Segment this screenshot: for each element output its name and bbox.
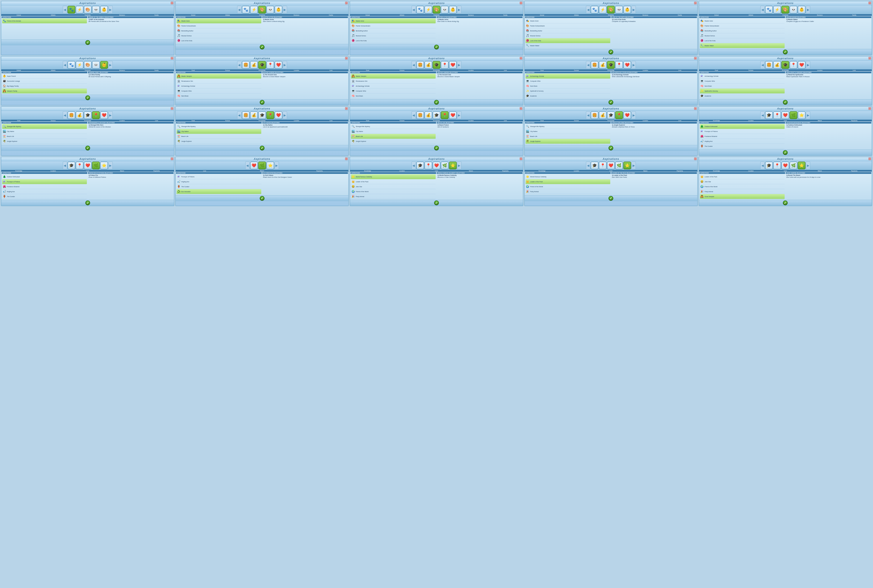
tab-creativity[interactable]: 🎨 bbox=[84, 61, 92, 69]
check-icon[interactable]: ✓ bbox=[783, 150, 787, 155]
close-button[interactable]: × bbox=[345, 107, 348, 110]
aspiration-item[interactable]: 👑Leader of the Pack bbox=[700, 174, 784, 179]
aspiration-item[interactable]: 💻Computer Whiz bbox=[351, 88, 436, 93]
close-button[interactable]: × bbox=[520, 57, 522, 60]
tab-nature[interactable]: 🌿 bbox=[790, 111, 797, 119]
tab-athletic[interactable]: ⚡ bbox=[599, 6, 607, 14]
nav-arrow-left[interactable]: ◀ bbox=[412, 61, 416, 69]
aspiration-item[interactable]: 🌴Jungle Explorer bbox=[177, 139, 261, 144]
tab-food[interactable]: 🍔 bbox=[242, 61, 249, 69]
tab-animal[interactable]: 🐾 bbox=[242, 6, 249, 14]
tab-fortune[interactable]: 💰 bbox=[424, 111, 432, 119]
tab-family[interactable]: 👶 bbox=[100, 6, 108, 14]
check-icon[interactable]: ✓ bbox=[609, 196, 613, 201]
close-button[interactable]: × bbox=[171, 2, 173, 4]
aspiration-item[interactable]: 🧠Nerd Brain bbox=[700, 84, 784, 88]
nav-arrow-left[interactable]: ◀ bbox=[412, 111, 416, 119]
nav-arrow-left[interactable]: ◀ bbox=[237, 61, 242, 69]
aspiration-item[interactable]: 🧛Master Vampire bbox=[351, 74, 436, 79]
aspiration-item[interactable]: 👑Leader of the Pack bbox=[526, 179, 610, 184]
close-button[interactable]: × bbox=[868, 2, 871, 4]
tab-deviance[interactable]: 💀 bbox=[92, 61, 100, 69]
check-icon[interactable]: ✓ bbox=[434, 45, 439, 50]
tab-fortune[interactable]: 💰 bbox=[599, 111, 607, 119]
nav-arrow-left[interactable]: ◀ bbox=[586, 162, 590, 170]
aspiration-item[interactable]: 🌲Outdoor Enthusiast bbox=[700, 124, 784, 129]
aspiration-item[interactable]: 🔍StrangerVille Mystery bbox=[351, 124, 436, 129]
tab-nature[interactable]: 🌿 bbox=[615, 162, 623, 170]
aspiration-item[interactable]: 🎭Master Actor bbox=[526, 18, 610, 23]
check-icon[interactable]: ✓ bbox=[783, 201, 787, 205]
tab-knowledge[interactable]: 🎓 bbox=[433, 61, 440, 69]
tab-love[interactable]: ❤️ bbox=[781, 162, 789, 170]
aspiration-item[interactable]: 🧶Lord of the Knits bbox=[177, 38, 261, 43]
tab-location[interactable]: 📍 bbox=[441, 111, 449, 119]
tab-love[interactable]: ❤️ bbox=[781, 111, 789, 119]
aspiration-item[interactable]: 🏛️Renaissance Sim bbox=[351, 79, 436, 84]
tab-creativity[interactable]: 🎨 bbox=[433, 6, 440, 14]
check-icon[interactable]: ✓ bbox=[86, 95, 90, 100]
aspiration-item[interactable]: 🏖️Beach Life bbox=[177, 134, 261, 139]
tab-location[interactable]: 📍 bbox=[615, 111, 623, 119]
tab-love[interactable]: ❤️ bbox=[250, 162, 258, 170]
tab-location[interactable]: 📍 bbox=[773, 111, 781, 119]
aspiration-item[interactable]: ⚗️Purveyor of Potions bbox=[2, 179, 87, 184]
close-button[interactable]: × bbox=[171, 158, 173, 160]
nav-arrow-right[interactable]: ▶ bbox=[631, 61, 636, 69]
nav-arrow-right[interactable]: ▶ bbox=[283, 6, 287, 14]
close-button[interactable]: × bbox=[171, 107, 173, 110]
check-icon[interactable]: ✓ bbox=[260, 146, 264, 150]
tab-family[interactable]: 👶 bbox=[624, 6, 631, 14]
aspiration-item[interactable]: 🏺The Curator bbox=[2, 194, 87, 199]
aspiration-item[interactable]: 📚Bestselling Author bbox=[700, 28, 784, 33]
aspiration-item[interactable]: 🎨Painter Extraordinaire bbox=[177, 23, 261, 28]
aspiration-item[interactable]: 🧶Lord of the Knits bbox=[700, 38, 784, 43]
aspiration-item[interactable]: 📚Bestselling Author bbox=[177, 28, 261, 33]
aspiration-item[interactable]: ⚗️Purveyor of Potions bbox=[700, 129, 784, 134]
aspiration-item[interactable]: ✨Spellcraft & Sorcery bbox=[526, 88, 610, 93]
close-button[interactable]: × bbox=[520, 2, 522, 4]
tab-love[interactable]: ❤️ bbox=[798, 61, 805, 69]
aspiration-item[interactable]: 🏖️Beach Life bbox=[2, 134, 87, 139]
aspiration-item[interactable]: 🔍StrangerVille Mystery bbox=[2, 124, 87, 129]
aspiration-item[interactable]: 🏛️Renaissance Sim bbox=[177, 79, 261, 84]
nav-arrow-right[interactable]: ▶ bbox=[631, 6, 636, 14]
nav-arrow-right[interactable]: ▶ bbox=[275, 162, 279, 170]
nav-arrow-right[interactable]: ▶ bbox=[108, 61, 113, 69]
aspiration-item[interactable]: 🔍StrangerVille Mystery bbox=[177, 124, 261, 129]
close-button[interactable]: × bbox=[520, 158, 522, 160]
nav-arrow-left[interactable]: ◀ bbox=[760, 162, 765, 170]
aspiration-item[interactable]: 🎓Academic bbox=[700, 93, 784, 98]
tab-fortune[interactable]: 💰 bbox=[250, 61, 258, 69]
tab-animal[interactable]: 🐾 bbox=[416, 6, 424, 14]
nav-arrow-left[interactable]: ◀ bbox=[760, 61, 765, 69]
tab-creativity[interactable]: 🎨 bbox=[84, 6, 92, 14]
check-icon[interactable]: ✓ bbox=[783, 50, 787, 54]
aspiration-item[interactable]: 🎉Party Animal bbox=[526, 189, 610, 194]
close-button[interactable]: × bbox=[694, 2, 697, 4]
aspiration-item[interactable]: 🧛Master Vampire bbox=[177, 74, 261, 79]
tab-food[interactable]: 🍔 bbox=[416, 111, 424, 119]
tab-love[interactable]: ❤️ bbox=[275, 61, 282, 69]
tab-nature[interactable]: 🌿 bbox=[92, 162, 100, 170]
nav-arrow-right[interactable]: ▶ bbox=[806, 6, 810, 14]
aspiration-item[interactable]: ♻️Eco Innovator bbox=[177, 189, 261, 194]
aspiration-item[interactable]: 🎨Painter Extraordinaire bbox=[700, 23, 784, 28]
tab-love[interactable]: ❤️ bbox=[100, 111, 108, 119]
nav-arrow-right[interactable]: ▶ bbox=[806, 61, 810, 69]
aspiration-item[interactable]: 🎨Painter Extraordinaire bbox=[351, 23, 436, 28]
aspiration-item[interactable]: ⚗️Archaeology Scholar bbox=[177, 84, 261, 88]
tab-animal[interactable]: 🐾 bbox=[68, 61, 75, 69]
aspiration-item[interactable]: 🎵Musical Genius bbox=[177, 33, 261, 38]
close-button[interactable]: × bbox=[694, 107, 697, 110]
aspiration-item[interactable]: 🔧Master Maker bbox=[700, 43, 784, 48]
tab-deviance[interactable]: 💀 bbox=[790, 6, 797, 14]
check-icon[interactable]: ✓ bbox=[260, 100, 264, 105]
tab-animal[interactable]: 🐾 bbox=[591, 6, 598, 14]
tab-popularity[interactable]: ⭐ bbox=[449, 162, 457, 170]
nav-arrow-right[interactable]: ▶ bbox=[283, 61, 287, 69]
nav-arrow-left[interactable]: ◀ bbox=[586, 6, 590, 14]
close-button[interactable]: × bbox=[694, 158, 697, 160]
check-icon[interactable]: ✓ bbox=[260, 196, 264, 201]
tab-creativity[interactable]: 🎨 bbox=[607, 6, 615, 14]
